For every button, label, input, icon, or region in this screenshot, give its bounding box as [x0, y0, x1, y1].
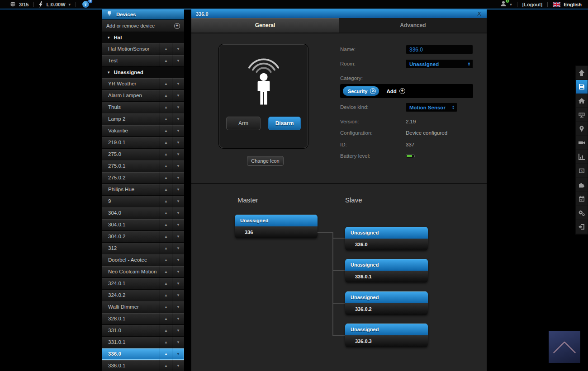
move-down-button[interactable]: ▼: [172, 207, 184, 219]
move-down-button[interactable]: ▼: [172, 360, 184, 371]
sidebar-group-row[interactable]: ▾Hal: [102, 32, 184, 43]
slave-card[interactable]: Unassigned336.0: [345, 227, 428, 250]
move-up-button[interactable]: ▲: [160, 125, 172, 136]
move-up-button[interactable]: ▲: [160, 290, 172, 301]
device-kind-select[interactable]: Motion Sensor ▲▼: [406, 103, 457, 112]
sidebar-device-row[interactable]: Doorbel - Aeotec▲▼: [102, 254, 184, 266]
sidebar-device-row[interactable]: 312▲▼: [102, 243, 184, 254]
move-down-button[interactable]: ▼: [172, 78, 184, 89]
chevron-down-icon[interactable]: ▾: [510, 2, 512, 7]
logout-button[interactable]: [Logout]: [522, 2, 543, 7]
slave-card[interactable]: Unassigned336.0.1: [345, 259, 428, 282]
move-up-button[interactable]: ▲: [160, 43, 172, 55]
user-menu-button[interactable]: 1: [500, 0, 507, 9]
move-down-button[interactable]: ▼: [172, 301, 184, 313]
move-down-button[interactable]: ▼: [172, 313, 184, 324]
move-down-button[interactable]: ▼: [172, 196, 184, 207]
sidebar-device-row[interactable]: Neo Coolcam Motion▲▼: [102, 266, 184, 278]
toolbar-calendar-button[interactable]: [576, 192, 588, 206]
move-up-button[interactable]: ▲: [160, 266, 172, 277]
slave-card[interactable]: Unassigned336.0.3: [345, 324, 428, 347]
sidebar-device-row[interactable]: 336.0.1▲▼: [102, 360, 184, 371]
add-remove-device-button[interactable]: Add or remove device +: [102, 20, 184, 32]
toolbar-save-button[interactable]: [576, 80, 588, 94]
language-label[interactable]: English: [564, 2, 582, 7]
move-up-button[interactable]: ▲: [160, 196, 172, 207]
room-select[interactable]: Unassigned ▲▼: [406, 59, 473, 69]
move-up-button[interactable]: ▲: [160, 325, 172, 336]
toolbar-chart-button[interactable]: [576, 150, 588, 164]
move-down-button[interactable]: ▼: [172, 290, 184, 301]
sidebar-device-row[interactable]: Hal MotionSensor▲▼: [102, 43, 184, 55]
toolbar-exit-button[interactable]: [576, 220, 588, 234]
move-up-button[interactable]: ▲: [160, 184, 172, 195]
slave-card[interactable]: Unassigned336.0.2: [345, 291, 428, 315]
close-button[interactable]: X: [477, 10, 481, 17]
move-up-button[interactable]: ▲: [160, 337, 172, 348]
sidebar-device-row[interactable]: Thuis▲▼: [102, 102, 184, 113]
notifications-button[interactable]: i 2: [82, 1, 89, 8]
move-up-button[interactable]: ▲: [160, 313, 172, 324]
move-down-button[interactable]: ▼: [172, 254, 184, 266]
toolbar-camera-button[interactable]: [576, 136, 588, 150]
sidebar-device-row[interactable]: Vakantie▲▼: [102, 125, 184, 137]
arm-button[interactable]: Arm: [226, 117, 261, 130]
move-up-button[interactable]: ▲: [160, 278, 172, 289]
move-down-button[interactable]: ▼: [172, 266, 184, 277]
sidebar-device-row[interactable]: 331.0.1▲▼: [102, 337, 184, 348]
move-up-button[interactable]: ▲: [160, 360, 172, 371]
remove-icon[interactable]: ✕: [370, 88, 376, 94]
move-up-button[interactable]: ▲: [160, 301, 172, 313]
move-down-button[interactable]: ▼: [172, 149, 184, 160]
sidebar-device-row[interactable]: Alarm Lampen▲▼: [102, 90, 184, 102]
move-up-button[interactable]: ▲: [160, 160, 172, 172]
move-up-button[interactable]: ▲: [160, 254, 172, 266]
toolbar-location-button[interactable]: [576, 122, 588, 136]
sidebar-device-row[interactable]: YR Weather▲▼: [102, 78, 184, 90]
sidebar-device-row[interactable]: 275.0.2▲▼: [102, 172, 184, 184]
move-down-button[interactable]: ▼: [172, 325, 184, 336]
sidebar-device-row[interactable]: 331.0▲▼: [102, 325, 184, 337]
add-category-button[interactable]: Add +: [386, 88, 405, 94]
disarm-button[interactable]: Disarm: [268, 117, 301, 130]
sidebar-device-row[interactable]: 324.0.1▲▼: [102, 278, 184, 290]
sidebar-device-row[interactable]: 324.0.2▲▼: [102, 290, 184, 301]
sidebar-device-row[interactable]: Test▲▼: [102, 55, 184, 67]
move-up-button[interactable]: ▲: [160, 113, 172, 125]
move-up-button[interactable]: ▲: [160, 137, 172, 148]
move-down-button[interactable]: ▼: [172, 102, 184, 113]
move-down-button[interactable]: ▼: [172, 90, 184, 101]
master-card[interactable]: Unassigned 336: [235, 215, 318, 238]
move-down-button[interactable]: ▼: [172, 337, 184, 348]
move-up-button[interactable]: ▲: [160, 219, 172, 230]
name-input[interactable]: [406, 45, 473, 54]
move-down-button[interactable]: ▼: [172, 55, 184, 66]
move-down-button[interactable]: ▼: [172, 160, 184, 172]
sidebar-device-row[interactable]: 275.0.1▲▼: [102, 160, 184, 172]
sidebar-device-row[interactable]: Lamp 2▲▼: [102, 113, 184, 125]
sidebar-device-row[interactable]: 9▲▼: [102, 196, 184, 207]
category-tag-security[interactable]: Security ✕: [343, 86, 379, 96]
move-up-button[interactable]: ▲: [160, 55, 172, 66]
move-down-button[interactable]: ▼: [172, 125, 184, 136]
move-down-button[interactable]: ▼: [172, 348, 184, 360]
move-up-button[interactable]: ▲: [160, 78, 172, 89]
move-up-button[interactable]: ▲: [160, 243, 172, 254]
toolbar-arrow-up-button[interactable]: [576, 66, 588, 80]
move-down-button[interactable]: ▼: [172, 137, 184, 148]
toolbar-home-button[interactable]: [576, 94, 588, 108]
toolbar-bank-button[interactable]: $: [576, 164, 588, 178]
move-up-button[interactable]: ▲: [160, 149, 172, 160]
move-down-button[interactable]: ▼: [172, 113, 184, 125]
move-down-button[interactable]: ▼: [172, 172, 184, 183]
move-up-button[interactable]: ▲: [160, 102, 172, 113]
move-up-button[interactable]: ▲: [160, 348, 172, 360]
toolbar-puzzle-button[interactable]: [576, 178, 588, 192]
sidebar-device-row[interactable]: 336.0▲▼: [102, 348, 184, 360]
sidebar-device-row[interactable]: 304.0.2▲▼: [102, 231, 184, 243]
move-up-button[interactable]: ▲: [160, 172, 172, 183]
move-down-button[interactable]: ▼: [172, 243, 184, 254]
move-down-button[interactable]: ▼: [172, 219, 184, 230]
move-down-button[interactable]: ▼: [172, 231, 184, 242]
sidebar-device-row[interactable]: 275.0▲▼: [102, 149, 184, 160]
